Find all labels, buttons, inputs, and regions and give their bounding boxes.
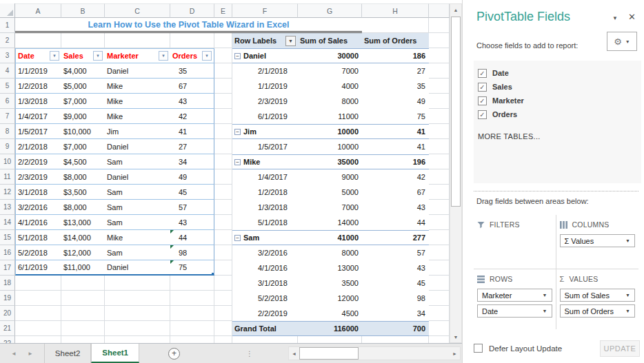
collapse-button[interactable]: − [234,129,241,135]
cell[interactable] [429,276,450,291]
cell[interactable] [429,139,450,154]
pivot-orders-value[interactable]: 34 [362,306,429,321]
cell[interactable] [15,33,61,48]
pivot-sales-value[interactable]: 5000 [298,185,362,200]
pivot-sales-value[interactable]: 12000 [298,291,362,306]
row-labels-filter-button[interactable]: ▼ [285,36,296,46]
source-cell[interactable]: $7,000 [61,139,105,154]
chevron-down-icon[interactable]: ▼ [625,238,630,243]
column-header-B[interactable]: B [61,3,105,18]
scroll-up-button[interactable]: ▲ [450,4,461,15]
source-cell[interactable]: $7,000 [61,94,105,109]
cell[interactable] [214,291,232,306]
row-header-2[interactable]: 2 [0,33,15,48]
row-header-19[interactable]: 19 [0,291,15,306]
pivot-sales-value[interactable]: 10000 [298,139,362,154]
source-cell[interactable]: Sam [105,215,170,230]
select-all-corner[interactable] [0,3,15,18]
row-header-16[interactable]: 16 [0,245,15,260]
pivot-orders-value[interactable]: 27 [362,63,429,79]
pivot-row-label[interactable]: 2/1/2018 [232,63,298,79]
sheet-tab-sheet2[interactable]: Sheet2 [45,344,91,363]
pivot-sales-value[interactable]: 4500 [298,306,362,321]
cell[interactable] [170,291,214,306]
source-cell[interactable]: 2/3/2019 [15,169,61,185]
cell[interactable] [61,336,105,343]
scroll-right-button[interactable]: ► [450,347,460,360]
filter-dropdown-button[interactable]: ▼ [202,51,212,61]
collapse-button[interactable]: − [234,159,241,165]
pivot-sales-value[interactable]: 9000 [298,169,362,185]
pivot-row-label[interactable]: 1/4/2017 [232,169,298,185]
cell[interactable] [105,321,170,336]
source-cell[interactable]: 42 [170,109,214,124]
cell[interactable] [214,245,232,260]
source-cell[interactable]: 43 [170,94,214,109]
source-cell[interactable]: $11,000 [61,260,105,276]
source-cell[interactable]: 49 [170,169,214,185]
cell[interactable] [105,33,170,48]
pivot-sales-value[interactable]: 35000 [298,154,362,169]
cell[interactable] [429,124,450,139]
cell[interactable] [61,306,105,321]
cell[interactable] [214,260,232,276]
field-checkbox-marketer[interactable]: ✓ Marketer [478,94,641,107]
column-header-D[interactable]: D [170,3,214,18]
source-cell[interactable]: 75 [170,260,214,276]
horizontal-scrollbar[interactable]: ◄ ► [288,346,461,360]
source-cell[interactable]: 45 [170,185,214,200]
filters-area[interactable]: FILTERS [474,215,556,269]
cell[interactable] [61,291,105,306]
filter-dropdown-button[interactable]: ▼ [50,51,59,61]
update-button[interactable]: UPDATE [600,340,640,357]
source-cell[interactable]: $5,000 [61,79,105,94]
cell[interactable] [61,276,105,291]
pivot-row-label[interactable]: −Sam [232,230,298,245]
cell[interactable] [214,306,232,321]
column-header-G[interactable]: G [298,3,362,18]
source-cell[interactable]: Daniel [105,260,170,276]
source-cell[interactable]: 41 [170,124,214,139]
pivot-orders-value[interactable]: 43 [362,260,429,276]
cell[interactable] [429,215,450,230]
pivot-sales-value[interactable]: 7000 [298,63,362,79]
tools-button[interactable]: ⚙ ▼ [607,32,637,51]
field-checkbox-sales[interactable]: ✓ Sales [478,80,641,94]
rows-area[interactable]: ROWS Marketer ▼ Date ▼ [474,269,556,329]
row-header-12[interactable]: 12 [0,185,15,200]
pivot-row-label[interactable]: 6/1/2019 [232,109,298,124]
cell[interactable] [429,230,450,245]
source-cell[interactable]: Daniel [105,169,170,185]
cell[interactable] [15,321,61,336]
pivot-sales-value[interactable]: 13000 [298,260,362,276]
source-cell[interactable]: 1/4/2017 [15,109,61,124]
row-header-4[interactable]: 4 [0,63,15,79]
cell[interactable] [214,215,232,230]
new-sheet-button[interactable]: + [168,348,180,360]
cell[interactable] [429,336,450,343]
cell[interactable] [214,139,232,154]
source-cell[interactable]: 1/2/2018 [15,79,61,94]
row-header-21[interactable]: 21 [0,321,15,336]
pane-options-dropdown-icon[interactable]: ▼ [612,15,618,21]
source-cell[interactable]: $4,000 [61,63,105,79]
source-cell[interactable]: Daniel [105,63,170,79]
cell[interactable] [429,245,450,260]
cell[interactable] [429,200,450,215]
cell[interactable] [429,48,450,63]
source-cell[interactable]: Daniel [105,139,170,154]
row-header-15[interactable]: 15 [0,230,15,245]
values-area[interactable]: Σ VALUES Sum of Sales ▼ Sum of Orders ▼ [556,269,639,329]
source-cell[interactable]: 44 [170,230,214,245]
source-cell[interactable]: $8,000 [61,200,105,215]
source-cell[interactable]: Mike [105,79,170,94]
pivot-sales-value[interactable]: 41000 [298,230,362,245]
pivot-row-label[interactable]: 5/2/2018 [232,291,298,306]
pivot-orders-value[interactable]: 98 [362,291,429,306]
filter-dropdown-button[interactable]: ▼ [159,51,168,61]
source-cell[interactable]: Sam [105,245,170,260]
pivot-orders-value[interactable]: 45 [362,276,429,291]
next-sheet-icon[interactable]: ► [28,351,33,357]
vertical-scroll-thumb[interactable] [451,17,461,207]
source-header-date[interactable]: Date▼ [15,48,61,63]
